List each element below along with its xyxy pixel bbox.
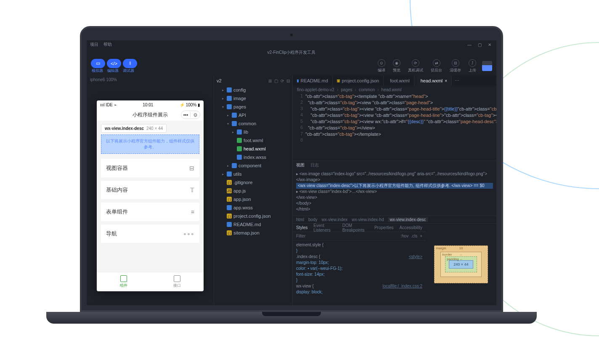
- tree-item-utils[interactable]: ▸utils: [214, 170, 292, 178]
- tree-item-label: head.wxml: [244, 146, 266, 151]
- elements-crumb[interactable]: wx-view.index-desc: [388, 217, 427, 222]
- tree-item-common[interactable]: ▾common: [214, 119, 292, 128]
- devtools-tab-log[interactable]: 日志: [310, 162, 319, 168]
- elements-tree[interactable]: ▸ <wx-image class="index-logo" src="../r…: [293, 169, 496, 216]
- tree-item-app.wxss[interactable]: app.wxss: [214, 203, 292, 212]
- close-tab-icon[interactable]: ×: [445, 79, 447, 83]
- capsule-more-icon[interactable]: •••: [181, 112, 191, 117]
- tree-item-pages[interactable]: ▾pages: [214, 103, 292, 111]
- tabbar-tab-接口[interactable]: 接口: [150, 272, 204, 291]
- window-title: v2-FinClip小程序开发工具: [267, 50, 315, 55]
- tree-item-config[interactable]: ▸config: [214, 86, 292, 94]
- list-item[interactable]: 导航∘∘∘: [101, 224, 199, 243]
- list-item[interactable]: 视图容器⊟: [101, 159, 199, 177]
- capsule-close-icon[interactable]: ⊙: [191, 112, 200, 118]
- elements-node[interactable]: <wx-view class="index-desc">以下将展示小程序官方组件…: [296, 183, 493, 189]
- styles-tab-accessibility[interactable]: Accessibility: [400, 225, 422, 230]
- breadcrumb-item[interactable]: pages: [341, 87, 352, 92]
- tree-item-README.md[interactable]: ↓README.md: [214, 220, 292, 229]
- styles-filter-input[interactable]: Filter: [296, 234, 305, 238]
- breadcrumb-item[interactable]: fino-applet-demo-v2: [297, 87, 334, 92]
- highlighted-element[interactable]: 以下将展示小程序官方组件能力，组件样式仅供参考。: [101, 135, 199, 154]
- list-item[interactable]: 表单组件≡: [101, 203, 199, 221]
- elements-crumb[interactable]: wx-view.index: [322, 217, 348, 222]
- toolbar-预览[interactable]: ◉预览: [393, 59, 400, 73]
- editor-tab-README.md[interactable]: ↓README.md: [293, 76, 333, 86]
- new-folder-icon[interactable]: ▢: [274, 79, 278, 83]
- breadcrumb-item[interactable]: head.wxml: [382, 87, 402, 92]
- tree-item-index.wxss[interactable]: index.wxss: [214, 153, 292, 161]
- tree-item-foot.wxml[interactable]: foot.wxml: [214, 136, 292, 145]
- new-file-icon[interactable]: ⊞: [268, 79, 272, 83]
- tree-item-label: image: [233, 96, 246, 101]
- editor-tab-foot.wxml[interactable]: foot.wxml: [384, 76, 414, 86]
- collapse-icon[interactable]: ⊟: [286, 79, 290, 83]
- tree-item-label: sitemap.json: [233, 230, 260, 235]
- tree-item-lib[interactable]: ▸lib: [214, 128, 292, 136]
- tree-item-component[interactable]: ▸component: [214, 161, 292, 170]
- tree-item-label: API: [239, 113, 246, 118]
- elements-node[interactable]: ▸ <wx-view class="index-bd">…</wx-view>: [296, 189, 493, 195]
- debugger-toggle[interactable]: ⫴: [123, 59, 137, 68]
- styles-tab-properties[interactable]: Properties: [374, 225, 394, 230]
- styles-tabs: StylesEvent ListenersDOM BreakpointsProp…: [293, 224, 426, 232]
- tree-item-project.config.json[interactable]: { }project.config.json: [214, 212, 292, 220]
- elements-node[interactable]: </body>: [296, 200, 493, 206]
- toolbar-清缓存[interactable]: ⊟清缓存: [450, 59, 461, 73]
- tab-icon: [120, 275, 127, 282]
- minimize-button[interactable]: —: [466, 42, 473, 47]
- breadcrumb-item[interactable]: common: [359, 87, 375, 92]
- tree-item-sitemap.json[interactable]: { }sitemap.json: [214, 229, 292, 237]
- styles-tab-dom-breakpoints[interactable]: DOM Breakpoints: [342, 223, 368, 232]
- tree-item-image[interactable]: ▸image: [214, 94, 292, 103]
- devtools-tab-view[interactable]: 视图: [296, 162, 305, 168]
- editor-toggle[interactable]: </>: [107, 59, 121, 68]
- styles-filter-action[interactable]: :hov: [400, 234, 408, 238]
- styles-filter-action[interactable]: .cls: [411, 234, 417, 238]
- elements-crumb[interactable]: body: [308, 217, 318, 222]
- tree-item-head.wxml[interactable]: head.wxml: [214, 145, 292, 153]
- tree-item-.gitignore[interactable]: { }.gitignore: [214, 178, 292, 187]
- phone-simulator[interactable]: ıııl IDE ⌁ 10:01 ⚡ 100% ▮ 小程序组件展示 ••• ⊙ …: [97, 100, 204, 291]
- toolbar-上传[interactable]: ⤴上传: [469, 59, 476, 73]
- styles-tab-event-listeners[interactable]: Event Listeners: [313, 223, 336, 232]
- list-item-label: 导航: [106, 230, 117, 237]
- maximize-button[interactable]: ▢: [476, 42, 483, 47]
- code-editor[interactable]: 12345678 "cb-attr">class="cb-tag"><templ…: [293, 93, 496, 161]
- close-button[interactable]: ✕: [486, 42, 493, 47]
- toolbar-切后台[interactable]: ⇄切后台: [431, 59, 442, 73]
- tree-item-label: app.json: [233, 197, 251, 202]
- elements-node[interactable]: </html>: [296, 206, 493, 212]
- simulator-toggle[interactable]: ▭: [91, 59, 105, 68]
- tabs-more-icon[interactable]: ⋯: [452, 76, 462, 86]
- list-item-label: 视图容器: [106, 164, 128, 172]
- explorer-root[interactable]: v2: [217, 78, 222, 83]
- toolbar-icon: ⊟: [452, 59, 459, 67]
- toolbar-编译[interactable]: ⊙编译: [378, 59, 385, 73]
- elements-node[interactable]: ▸ <wx-image class="index-logo" src="../r…: [296, 171, 493, 183]
- styles-filter-action[interactable]: +: [420, 234, 422, 238]
- list-item[interactable]: 基础内容𝕋: [101, 181, 199, 199]
- file-icon: [237, 129, 242, 135]
- avatar[interactable]: [482, 61, 492, 71]
- styles-tab-styles[interactable]: Styles: [296, 225, 307, 230]
- tree-item-label: utils: [233, 171, 242, 177]
- tabbar-tab-组件[interactable]: 组件: [97, 272, 150, 291]
- tree-item-app.js[interactable]: JSapp.js: [214, 187, 292, 195]
- tab-label: head.wxml: [421, 78, 443, 83]
- editor-tab-head.wxml[interactable]: head.wxml×: [414, 76, 452, 86]
- tree-item-API[interactable]: ▸API: [214, 111, 292, 119]
- editor-tab-project.config.json[interactable]: { }project.config.json: [333, 76, 384, 86]
- list-item-icon: ∘∘∘: [183, 230, 194, 237]
- capsule-button[interactable]: ••• ⊙: [181, 111, 200, 119]
- signal-indicator: ıııl IDE ⌁: [100, 103, 117, 107]
- tree-item-app.json[interactable]: { }app.json: [214, 195, 292, 203]
- menu-project[interactable]: 项目: [90, 42, 98, 47]
- refresh-icon[interactable]: ⟳: [281, 79, 284, 83]
- elements-node[interactable]: </wx-view>: [296, 195, 493, 200]
- elements-crumb[interactable]: html: [296, 217, 304, 222]
- styles-body[interactable]: element.style {}.index-desc {<style> mar…: [293, 240, 426, 305]
- menu-help[interactable]: 帮助: [103, 42, 112, 47]
- toolbar-真机调试[interactable]: ⟳真机调试: [408, 59, 423, 73]
- elements-crumb[interactable]: wx-view.index-hd: [352, 217, 384, 222]
